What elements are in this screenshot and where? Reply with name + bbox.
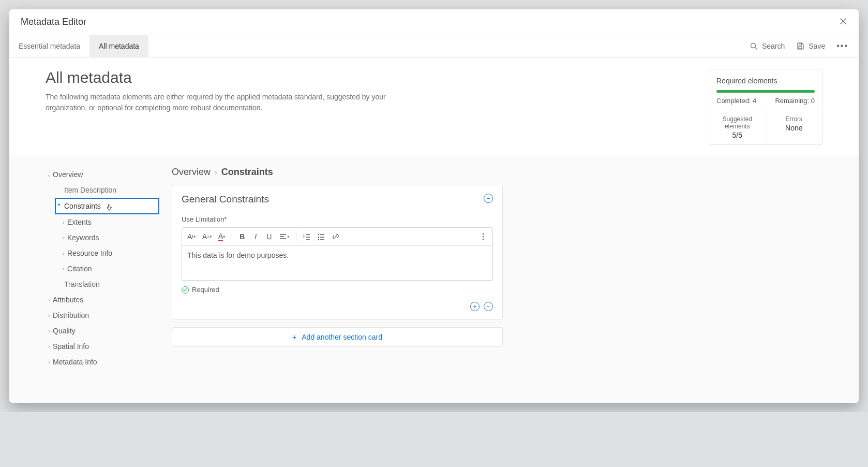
font-family-button[interactable]: AI [185, 230, 198, 243]
nav-overview-children: Item Description Constraints › Extents ›… [55, 182, 159, 292]
chevron-right-icon: › [215, 168, 217, 177]
link-icon [332, 232, 340, 241]
svg-point-0 [751, 43, 755, 48]
remove-item-button[interactable]: − [484, 302, 493, 311]
status-errors: Errors None [766, 110, 822, 144]
nav-constraints[interactable]: Constraints [55, 198, 159, 214]
check-circle-icon [182, 286, 189, 294]
chevron-right-icon: › [60, 220, 67, 225]
svg-rect-2 [799, 47, 802, 49]
status-remaining: Remaining: 0 [775, 97, 815, 105]
nav-metadata-info[interactable]: › Metadata Info [46, 354, 159, 370]
svg-point-9 [483, 236, 484, 238]
editor-window: Metadata Editor Essential metadata All m… [9, 9, 859, 403]
add-section-button[interactable]: + Add another section card [172, 327, 503, 347]
tab-all-metadata[interactable]: All metadata [89, 35, 148, 57]
titlebar: Metadata Editor [9, 9, 859, 35]
save-button[interactable]: Save [796, 42, 825, 50]
font-size-button[interactable]: A≡ [200, 230, 214, 243]
align-icon [279, 232, 287, 241]
nav-resource-info[interactable]: › Resource Info [55, 245, 159, 261]
editor-content[interactable]: This data is for demo purposes. [182, 246, 492, 280]
tabs: Essential metadata All metadata [9, 35, 148, 57]
search-button[interactable]: Search [750, 42, 785, 50]
editor-more-button[interactable] [477, 230, 489, 243]
chevron-right-icon: › [46, 313, 53, 318]
breadcrumb: Overview › Constraints [172, 167, 503, 178]
rich-text-editor: AI A≡ A B I U 12 [182, 227, 493, 281]
editor-toolbar: AI A≡ A B I U 12 [182, 228, 492, 246]
italic-button[interactable]: I [250, 230, 261, 243]
content-area: ⌄ Overview Item Description Constraints … [9, 156, 859, 403]
close-button[interactable] [839, 17, 847, 27]
nav-overview[interactable]: ⌄ Overview [46, 167, 159, 182]
window-title: Metadata Editor [21, 17, 86, 27]
ordered-list-button[interactable]: 12 [301, 230, 313, 243]
plus-icon: + [292, 333, 296, 341]
nav-keywords[interactable]: › Keywords [55, 230, 159, 245]
collapse-card-button[interactable]: − [484, 194, 493, 203]
chevron-right-icon: › [46, 297, 53, 303]
add-item-button[interactable]: + [470, 302, 480, 311]
nav-attributes[interactable]: › Attributes [46, 292, 159, 308]
add-section-label: Add another section card [302, 333, 382, 341]
chevron-right-icon: › [60, 251, 67, 256]
tabbar: Essential metadata All metadata Search S… [9, 35, 859, 57]
underline-button[interactable]: U [263, 230, 275, 243]
bold-button[interactable]: B [236, 230, 248, 243]
status-suggested: Suggested elements 5/5 [709, 110, 766, 144]
nav-item-description[interactable]: Item Description [55, 182, 159, 198]
body: All metadata The following metadata elem… [9, 57, 859, 403]
intro-text: All metadata The following metadata elem… [46, 69, 418, 145]
nav-quality[interactable]: › Quality [46, 323, 159, 339]
kebab-icon [479, 232, 487, 241]
main-panel: Overview › Constraints General Constrain… [172, 163, 503, 387]
font-color-button[interactable]: A [216, 230, 228, 243]
close-icon [839, 17, 847, 25]
chevron-right-icon: › [46, 359, 53, 365]
errors-label: Errors [769, 115, 819, 123]
svg-point-7 [318, 239, 319, 240]
more-menu-button[interactable]: ••• [836, 41, 848, 51]
chevron-right-icon: › [46, 328, 53, 334]
suggested-label: Suggested elements [712, 115, 762, 130]
chevron-right-icon: › [60, 266, 67, 272]
chevron-down-icon: ⌄ [46, 172, 53, 178]
card-footer: + − [182, 302, 493, 311]
suggested-value: 5/5 [712, 131, 762, 139]
errors-value: None [769, 124, 819, 132]
side-nav: ⌄ Overview Item Description Constraints … [46, 163, 159, 387]
align-button[interactable] [277, 230, 292, 243]
save-label: Save [809, 42, 825, 50]
breadcrumb-leaf: Constraints [221, 167, 273, 178]
status-completed: Completed: 4 [716, 97, 756, 105]
card-title: General Constraints [182, 194, 269, 205]
ul-icon [317, 232, 325, 241]
cursor-icon [106, 203, 114, 214]
svg-rect-1 [799, 43, 802, 45]
tab-essential-metadata[interactable]: Essential metadata [9, 35, 89, 57]
breadcrumb-root[interactable]: Overview [172, 167, 211, 178]
svg-point-10 [483, 239, 484, 240]
progress-bar [716, 90, 815, 93]
nav-spatial-info[interactable]: › Spatial Info [46, 339, 159, 354]
field-label-use-limitation: Use Limitation* [182, 215, 493, 223]
required-label: Required [192, 286, 219, 294]
required-indicator: Required [182, 286, 493, 294]
link-button[interactable] [330, 230, 342, 243]
constraints-card: General Constraints − Use Limitation* AI… [172, 185, 503, 320]
page-heading: All metadata [46, 69, 418, 86]
nav-distribution[interactable]: › Distribution [46, 308, 159, 323]
chevron-right-icon: › [46, 344, 53, 349]
svg-text:2: 2 [303, 236, 305, 239]
status-card: Required elements Completed: 4 Remaining… [709, 69, 822, 145]
page-description: The following metadata elements are eith… [46, 92, 418, 113]
nav-extents[interactable]: › Extents [55, 214, 159, 230]
svg-point-5 [318, 234, 319, 235]
search-label: Search [762, 42, 785, 50]
chevron-right-icon: › [60, 235, 67, 241]
nav-translation[interactable]: Translation [55, 276, 159, 292]
nav-citation[interactable]: › Citation [55, 261, 159, 276]
ol-icon: 12 [303, 232, 311, 241]
unordered-list-button[interactable] [315, 230, 327, 243]
